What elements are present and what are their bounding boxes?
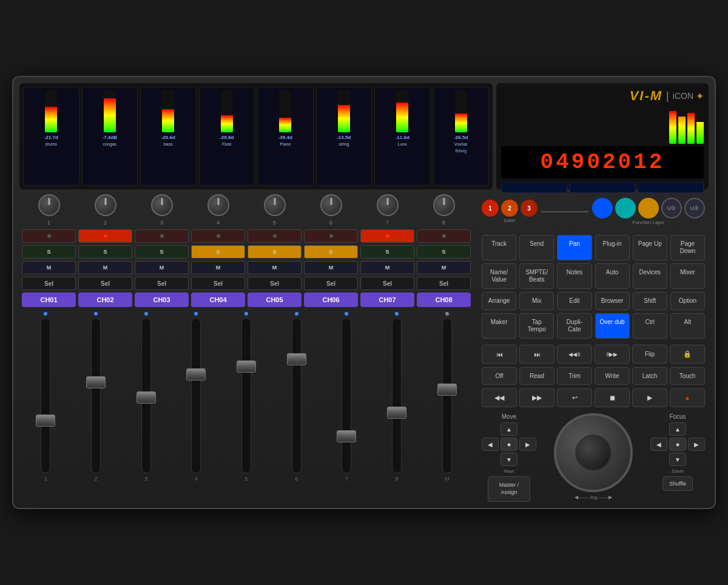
focus-down-btn[interactable]: ▼ [669, 453, 686, 466]
grid-btn-option[interactable]: Option [670, 292, 705, 310]
solo-btn-4[interactable]: S [191, 245, 245, 259]
solo-btn-8[interactable]: S [417, 245, 471, 259]
trans-btn-record[interactable]: ● [670, 388, 705, 407]
trans-btn-flip[interactable]: Flip [632, 345, 667, 364]
rec-btn-1[interactable] [22, 229, 76, 243]
nav-down-btn[interactable]: ▼ [500, 453, 517, 466]
ch-label-2[interactable]: CH02 [78, 292, 132, 307]
func-btn-teal[interactable] [615, 198, 636, 218]
mute-btn-4[interactable]: M [191, 261, 245, 274]
fader-thumb-3[interactable] [136, 391, 156, 404]
rec-btn-7[interactable] [360, 229, 414, 243]
trans-btn-write[interactable]: Write [595, 367, 630, 385]
fader-thumb-1[interactable] [36, 414, 55, 427]
grid-btn-shift[interactable]: Shift [633, 292, 667, 310]
solo-btn-5[interactable]: S [248, 245, 302, 259]
trans-btn-fwd8[interactable]: 8▶▶ [595, 345, 630, 364]
sel-btn-7[interactable]: Sel [360, 277, 414, 290]
focus-left-btn[interactable]: ◀ [650, 438, 667, 451]
grid-btn-overdub[interactable]: Over dub [595, 313, 630, 339]
fader-track-4[interactable] [191, 318, 201, 473]
rec-btn-3[interactable] [135, 229, 189, 243]
solo-btn-7[interactable]: S [360, 245, 414, 259]
fader-track-6[interactable] [292, 318, 302, 473]
rec-btn-2[interactable] [78, 229, 132, 243]
grid-btn-devices[interactable]: Devices [633, 263, 667, 289]
daw-btn-2[interactable]: 2 [501, 200, 518, 217]
grid-btn-track[interactable]: Track [482, 235, 516, 260]
trans-btn-latch[interactable]: Latch [632, 367, 667, 385]
nav-center-btn[interactable]: ◆ [500, 438, 517, 451]
solo-btn-1[interactable]: S [22, 245, 76, 259]
grid-btn-pagedown[interactable]: Page Down [670, 235, 705, 260]
nav-left-btn[interactable]: ◀ [482, 438, 499, 451]
trans-btn-touch[interactable]: Touch [670, 367, 705, 385]
grid-btn-browser[interactable]: Browser [595, 292, 630, 310]
func-btn-u1[interactable]: U① [661, 198, 682, 218]
fader-thumb-2[interactable] [86, 376, 106, 388]
grid-btn-pan[interactable]: Pan [557, 235, 592, 260]
knob-8[interactable] [433, 194, 455, 216]
trans-btn-play[interactable]: ▶ [632, 388, 667, 407]
trans-btn-forward[interactable]: ▶▶ [519, 388, 554, 407]
trans-btn-read[interactable]: Read [519, 367, 554, 385]
func-btn-u2[interactable]: U② [684, 198, 705, 218]
grid-btn-plugin[interactable]: Plug-in [595, 235, 630, 260]
nav-up-btn[interactable]: ▲ [500, 422, 517, 436]
fader-track-8[interactable] [392, 318, 402, 473]
fader-track-master[interactable] [442, 318, 452, 473]
grid-btn-edit[interactable]: Edit [557, 292, 592, 310]
sel-btn-3[interactable]: Sel [135, 277, 189, 290]
trans-btn-lock[interactable]: 🔒 [670, 345, 705, 364]
mute-btn-2[interactable]: M [78, 261, 132, 274]
sel-btn-6[interactable]: Sel [304, 277, 358, 290]
ch-label-7[interactable]: CH07 [360, 292, 414, 307]
fader-thumb-4[interactable] [186, 368, 206, 380]
fader-thumb-master[interactable] [437, 384, 457, 396]
fader-thumb-7[interactable] [337, 430, 356, 442]
jog-wheel[interactable] [554, 413, 633, 492]
mute-btn-6[interactable]: M [304, 261, 358, 274]
grid-btn-taptempo[interactable]: Tap Tempo [519, 313, 554, 339]
grid-btn-duplicate[interactable]: Dupli- Cate [557, 313, 592, 339]
trans-btn-trim[interactable]: Trim [557, 367, 592, 385]
focus-right-btn[interactable]: ▶ [688, 438, 705, 451]
fader-thumb-8[interactable] [387, 407, 406, 419]
trans-btn-off[interactable]: Off [482, 367, 517, 385]
sel-btn-4[interactable]: Sel [191, 277, 245, 290]
knob-2[interactable] [95, 194, 116, 216]
trans-btn-rewind-start[interactable]: ⏮ [482, 345, 517, 364]
sel-btn-2[interactable]: Sel [78, 277, 132, 290]
rec-btn-4[interactable] [191, 229, 245, 243]
daw-btn-3[interactable]: 3 [521, 200, 538, 217]
grid-btn-maker[interactable]: Maker [482, 313, 516, 339]
knob-5[interactable] [264, 194, 286, 216]
mute-btn-3[interactable]: M [135, 261, 189, 274]
mute-btn-8[interactable]: M [417, 261, 471, 274]
grid-btn-smpte[interactable]: SMPTE/ Beats [519, 263, 554, 289]
knob-1[interactable] [38, 194, 60, 216]
knob-4[interactable] [207, 194, 229, 216]
fader-thumb-6[interactable] [287, 353, 306, 365]
trans-btn-forward-end[interactable]: ⏭ [519, 345, 554, 364]
solo-btn-3[interactable]: S [135, 245, 189, 259]
ch-label-5[interactable]: CH05 [248, 292, 302, 307]
sel-btn-8[interactable]: Sel [417, 277, 471, 290]
knob-3[interactable] [151, 194, 173, 216]
grid-btn-notes[interactable]: Notes [557, 263, 592, 289]
solo-btn-2[interactable]: S [78, 245, 132, 259]
trans-btn-back8[interactable]: ◀◀8 [557, 345, 592, 364]
grid-btn-alt[interactable]: Alt [670, 313, 705, 339]
ch-label-4[interactable]: CH04 [191, 292, 245, 307]
grid-btn-mix[interactable]: Mix [519, 292, 554, 310]
focus-up-btn[interactable]: ▲ [669, 422, 686, 436]
func-btn-gold[interactable] [638, 198, 659, 218]
mute-btn-7[interactable]: M [360, 261, 414, 274]
rec-btn-5[interactable] [248, 229, 302, 243]
ch-label-3[interactable]: CH03 [135, 292, 189, 307]
grid-btn-ctrl[interactable]: Ctrl [633, 313, 667, 339]
grid-btn-pageup[interactable]: Page Up [633, 235, 667, 260]
ch-label-1[interactable]: CH01 [22, 292, 76, 307]
trans-btn-rewind[interactable]: ◀◀ [482, 388, 517, 407]
grid-btn-arrange[interactable]: Arrange [482, 292, 516, 310]
